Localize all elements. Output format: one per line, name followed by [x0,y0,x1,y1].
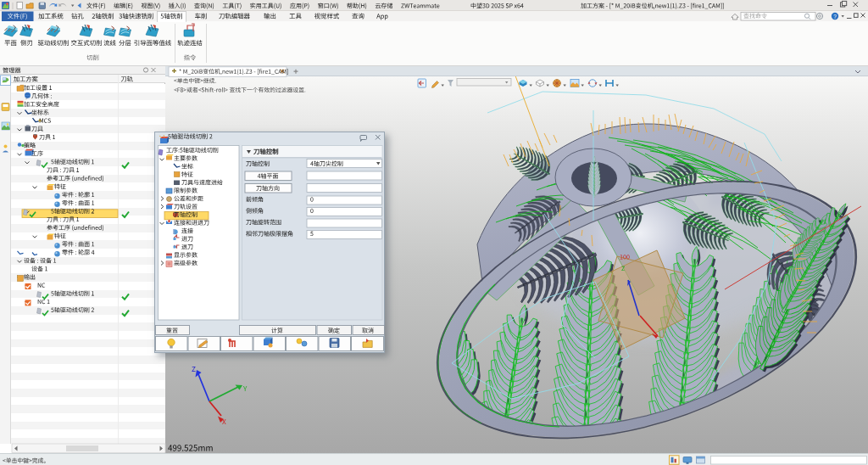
svg-text:?: ? [833,14,837,20]
